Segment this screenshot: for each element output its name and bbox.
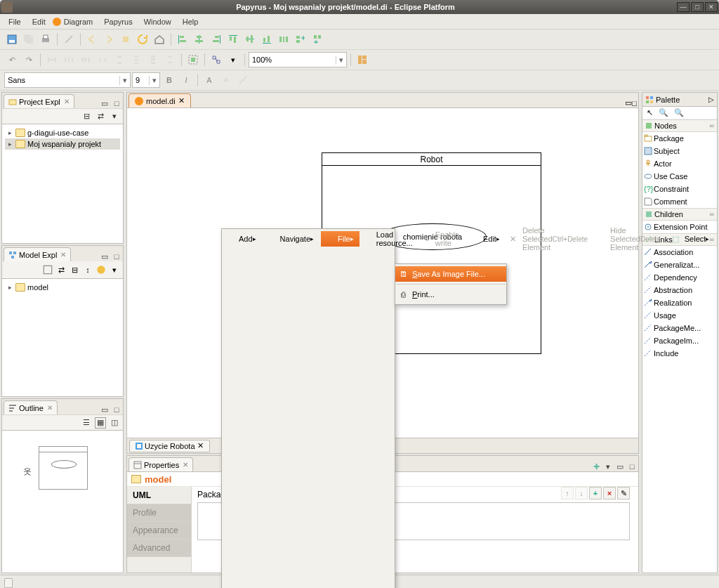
font-size-combo[interactable]: 9 ▾ bbox=[132, 72, 160, 88]
dist-v4-icon[interactable] bbox=[162, 52, 178, 67]
link-icon[interactable]: ⇄ bbox=[55, 264, 67, 275]
align-center-icon[interactable] bbox=[192, 32, 207, 47]
router-icon[interactable] bbox=[209, 52, 224, 67]
palette-actor[interactable]: Actor bbox=[642, 157, 717, 170]
maximize-editor-icon[interactable]: □ bbox=[632, 99, 637, 107]
menu-edit[interactable]: Edit bbox=[27, 15, 51, 28]
tab-close-icon[interactable]: ✕ bbox=[60, 251, 66, 259]
dist-v2-icon[interactable] bbox=[128, 52, 144, 67]
palette-dependency[interactable]: Dependency bbox=[642, 271, 717, 284]
tab-close-icon[interactable]: ✕ bbox=[183, 461, 188, 469]
font-name-combo[interactable]: Sans ▾ bbox=[4, 72, 131, 88]
sort-icon[interactable]: ↕ bbox=[82, 264, 93, 275]
dist-v3-icon[interactable] bbox=[145, 52, 161, 67]
menu-diagram[interactable]: Diagram bbox=[51, 15, 99, 28]
close-button[interactable]: ✕ bbox=[705, 2, 718, 12]
palette-include[interactable]: Include bbox=[642, 347, 717, 360]
status-icon[interactable] bbox=[4, 578, 13, 588]
editor-tab-model[interactable]: model.di ✕ bbox=[128, 93, 191, 107]
minimize-view-icon[interactable]: ▭ bbox=[100, 251, 110, 261]
props-new-icon[interactable]: ✚ bbox=[591, 462, 601, 471]
ctx-edit[interactable]: Edit▸ bbox=[466, 231, 506, 247]
maximize-view-icon[interactable]: □ bbox=[112, 251, 121, 261]
palette-abstraction[interactable]: Abstraction bbox=[642, 284, 717, 296]
collapse-icon[interactable]: ⊟ bbox=[69, 264, 80, 275]
view-menu-icon[interactable]: ▾ bbox=[109, 111, 120, 122]
line-color-icon[interactable] bbox=[235, 72, 251, 88]
stop-icon[interactable] bbox=[118, 32, 133, 47]
model-explorer-tab[interactable]: Model Expl ✕ bbox=[4, 247, 71, 261]
minimize-view-icon[interactable]: ▭ bbox=[615, 462, 625, 471]
properties-tab[interactable]: Properties ✕ bbox=[128, 457, 193, 471]
project-explorer-tab[interactable]: Project Expl ✕ bbox=[4, 94, 74, 108]
zoom-out-icon[interactable]: 🔍 bbox=[672, 108, 686, 117]
menu-file[interactable]: File bbox=[3, 15, 27, 28]
menu-window[interactable]: Window bbox=[138, 15, 177, 28]
ctx-print[interactable]: ⎙Print... bbox=[395, 287, 506, 302]
palette-association[interactable]: Association bbox=[642, 246, 717, 259]
view-menu-icon[interactable]: ▾ bbox=[603, 462, 613, 471]
diagram-tab-uzycie[interactable]: Uzycie Robota ✕ bbox=[129, 440, 210, 452]
link-editor-icon[interactable]: ⇄ bbox=[95, 111, 106, 122]
ctx-file[interactable]: File▸ bbox=[321, 231, 360, 247]
ptab-uml[interactable]: UML bbox=[127, 487, 191, 504]
ctx-navigate[interactable]: Navigate▸ bbox=[263, 231, 319, 247]
view-menu-icon[interactable]: ▾ bbox=[109, 264, 120, 275]
ptab-profile[interactable]: Profile bbox=[127, 504, 191, 522]
align-left-icon[interactable] bbox=[175, 32, 190, 47]
align-bottom-icon[interactable] bbox=[259, 32, 275, 47]
perspective-icon[interactable] bbox=[355, 52, 370, 67]
select-parent-icon[interactable] bbox=[185, 52, 201, 67]
minimize-editor-icon[interactable]: ▭ bbox=[625, 98, 632, 107]
diagram-editor[interactable]: Robot chomienie robota Add▸ Navigate▸ Fi… bbox=[126, 107, 639, 438]
ctx-save-image[interactable]: 🖺Save As Image File... bbox=[395, 266, 506, 282]
italic-icon[interactable]: I bbox=[178, 72, 194, 88]
palette-generalization[interactable]: Generalizat... bbox=[642, 259, 717, 271]
tab-close-icon[interactable]: ✕ bbox=[197, 441, 204, 450]
minimize-view-icon[interactable]: ▭ bbox=[100, 405, 110, 414]
tab-close-icon[interactable]: ✕ bbox=[64, 98, 70, 105]
distribute-h-icon[interactable] bbox=[276, 32, 291, 47]
palette-group-nodes[interactable]: Nodes∞ bbox=[642, 119, 717, 132]
remove-icon[interactable]: × bbox=[603, 487, 616, 499]
palette-header[interactable]: Palette ▷ bbox=[642, 93, 717, 107]
dist-h2-icon[interactable] bbox=[61, 52, 77, 67]
ptab-appearance[interactable]: Appearance bbox=[127, 522, 191, 540]
align-right-icon[interactable] bbox=[209, 32, 224, 47]
palette-comment[interactable]: Comment bbox=[642, 195, 717, 208]
tab-close-icon[interactable]: ✕ bbox=[178, 96, 185, 105]
select-tool-icon[interactable]: ↖ bbox=[645, 108, 655, 117]
dist-h3-icon[interactable] bbox=[78, 52, 93, 67]
maximize-view-icon[interactable]: □ bbox=[627, 462, 637, 471]
maximize-view-icon[interactable]: □ bbox=[112, 98, 121, 108]
align-top-icon[interactable] bbox=[225, 32, 241, 47]
bold-icon[interactable]: B bbox=[161, 72, 177, 88]
ctx-arrange-all[interactable]: ▦Arrange All bbox=[715, 231, 719, 247]
ctx-load-resource[interactable]: Load resource... bbox=[360, 231, 418, 247]
palette-group-children[interactable]: Children∞ bbox=[642, 208, 717, 221]
palette-constraint[interactable]: {?}Constraint bbox=[642, 183, 717, 195]
fill-color-icon[interactable] bbox=[218, 72, 234, 88]
project-item-selected[interactable]: ▸ Moj wspanialy projekt bbox=[5, 138, 120, 150]
project-item[interactable]: ▸ g-diagui-use-case bbox=[5, 127, 120, 138]
edit-icon[interactable]: ✎ bbox=[617, 487, 630, 499]
tab-close-icon[interactable]: ✕ bbox=[47, 404, 53, 412]
palette-usecase[interactable]: Use Case bbox=[642, 170, 717, 183]
chevron-right-icon[interactable]: ▷ bbox=[708, 96, 714, 103]
same-height-icon[interactable] bbox=[310, 32, 325, 47]
dist-h4-icon[interactable] bbox=[95, 52, 110, 67]
palette-usage[interactable]: Usage bbox=[642, 309, 717, 322]
collapse-all-icon[interactable]: ⊟ bbox=[81, 111, 92, 122]
palette-package[interactable]: Package bbox=[642, 132, 717, 145]
maximize-button[interactable]: □ bbox=[691, 2, 704, 12]
filter-icon[interactable] bbox=[95, 264, 107, 275]
ctx-add[interactable]: Add▸ bbox=[222, 231, 262, 247]
minimize-button[interactable]: — bbox=[677, 2, 690, 12]
save-icon[interactable] bbox=[4, 32, 20, 47]
add-icon[interactable]: + bbox=[589, 487, 602, 499]
ctx-select[interactable]: ⬚Select▸ bbox=[668, 231, 715, 247]
palette-pkgmerge[interactable]: PackageMe... bbox=[642, 322, 717, 334]
outline-tab[interactable]: Outline ✕ bbox=[4, 400, 58, 414]
outline-overview-icon[interactable]: ▦ bbox=[95, 417, 106, 429]
same-width-icon[interactable] bbox=[293, 32, 308, 47]
